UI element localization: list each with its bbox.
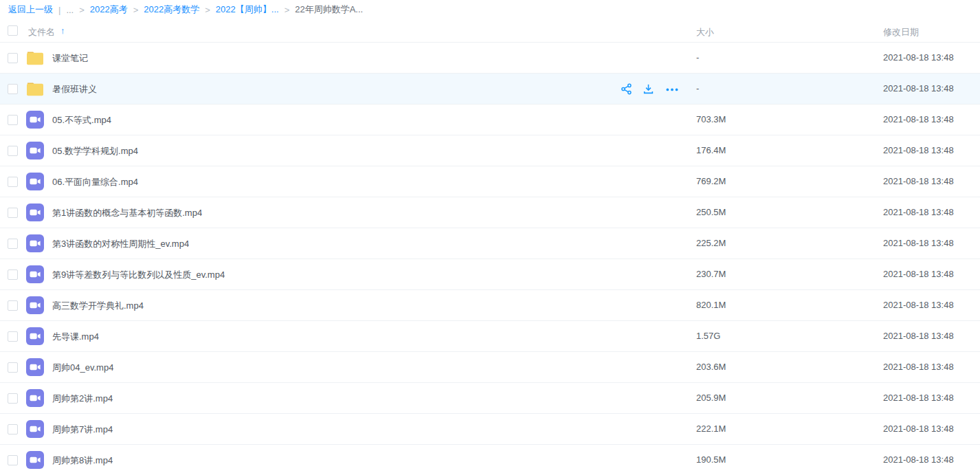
video-file-icon xyxy=(26,142,44,160)
file-size: 225.2M xyxy=(696,238,726,248)
file-name[interactable]: 05.数学学科规划.mp4 xyxy=(52,145,138,157)
file-name[interactable]: 暑假班讲义 xyxy=(52,83,97,96)
download-icon[interactable] xyxy=(643,83,654,95)
table-row[interactable]: 周帅第8讲.mp4 190.5M 2021-08-18 13:48 xyxy=(0,445,980,473)
file-date: 2021-08-18 13:48 xyxy=(883,238,954,248)
row-checkbox[interactable] xyxy=(8,331,18,342)
video-file-icon xyxy=(26,420,44,438)
video-file-icon xyxy=(26,173,44,190)
file-size: 230.7M xyxy=(696,269,726,279)
file-date: 2021-08-18 13:48 xyxy=(883,331,954,341)
table-row[interactable]: 第9讲等差数列与等比数列以及性质_ev.mp4 230.7M 2021-08-1… xyxy=(0,259,980,290)
file-size: 250.5M xyxy=(696,207,726,217)
row-checkbox[interactable] xyxy=(8,270,18,280)
row-checkbox[interactable] xyxy=(8,84,18,94)
file-size: 703.3M xyxy=(696,114,726,124)
row-checkbox[interactable] xyxy=(8,239,18,249)
select-all-checkbox[interactable] xyxy=(8,25,18,36)
video-file-icon xyxy=(26,358,44,376)
file-date: 2021-08-18 13:48 xyxy=(883,176,954,186)
more-icon[interactable] xyxy=(665,83,676,95)
file-date: 2021-08-18 13:48 xyxy=(883,362,954,372)
breadcrumb-divider: | xyxy=(58,5,60,15)
file-date: 2021-08-18 13:48 xyxy=(883,83,954,94)
file-date: 2021-08-18 13:48 xyxy=(883,269,954,279)
row-checkbox[interactable] xyxy=(8,146,18,156)
table-row[interactable]: 暑假班讲义 xyxy=(0,74,980,104)
row-checkbox[interactable] xyxy=(8,393,18,404)
file-size: 205.9M xyxy=(696,393,726,403)
file-date: 2021-08-18 13:48 xyxy=(883,300,954,310)
row-checkbox[interactable] xyxy=(8,300,18,311)
breadcrumb-separator: > xyxy=(133,5,139,15)
video-file-icon xyxy=(26,389,44,407)
breadcrumb-link-2[interactable]: 2022高考数学 xyxy=(144,3,199,16)
file-size: 176.4M xyxy=(696,145,726,155)
breadcrumb-back-link[interactable]: 返回上一级 xyxy=(8,3,53,16)
file-date: 2021-08-18 13:48 xyxy=(883,52,954,63)
file-date: 2021-08-18 13:48 xyxy=(883,114,954,124)
row-checkbox[interactable] xyxy=(8,177,18,187)
table-row[interactable]: 05.不等式.mp4 703.3M 2021-08-18 13:48 xyxy=(0,104,980,135)
table-row[interactable]: 周帅第7讲.mp4 222.1M 2021-08-18 13:48 xyxy=(0,414,980,445)
video-file-icon xyxy=(26,111,44,129)
file-size: 769.2M xyxy=(696,176,726,186)
table-row[interactable]: 06.平面向量综合.mp4 769.2M 2021-08-18 13:48 xyxy=(0,166,980,197)
video-file-icon xyxy=(26,204,44,221)
folder-icon xyxy=(26,82,44,100)
file-name[interactable]: 周帅04_ev.mp4 xyxy=(52,362,113,374)
table-row[interactable]: 周帅第2讲.mp4 205.9M 2021-08-18 13:48 xyxy=(0,383,980,414)
file-size: 1.57G xyxy=(696,331,720,341)
breadcrumb: 返回上一级 | ... > 2022高考 > 2022高考数学 > 2022【周… xyxy=(0,0,980,19)
file-name[interactable]: 第3讲函数的对称性周期性_ev.mp4 xyxy=(52,238,189,250)
breadcrumb-current: 22年周帅数学A... xyxy=(295,3,363,16)
file-name[interactable]: 高三数学开学典礼.mp4 xyxy=(52,300,144,312)
table-row[interactable]: 周帅04_ev.mp4 203.6M 2021-08-18 13:48 xyxy=(0,352,980,383)
video-file-icon xyxy=(26,451,44,469)
file-name[interactable]: 第9讲等差数列与等比数列以及性质_ev.mp4 xyxy=(52,269,225,281)
file-date: 2021-08-18 13:48 xyxy=(883,393,954,403)
table-row[interactable]: 课堂笔记 - 2021-08-18 13:48 xyxy=(0,43,980,74)
file-date: 2021-08-18 13:48 xyxy=(883,424,954,434)
row-checkbox[interactable] xyxy=(8,424,18,434)
video-file-icon xyxy=(26,327,44,345)
file-size: 820.1M xyxy=(696,300,726,310)
table-row[interactable]: 05.数学学科规划.mp4 176.4M 2021-08-18 13:48 xyxy=(0,135,980,166)
file-date: 2021-08-18 13:48 xyxy=(883,454,954,465)
table-row[interactable]: 高三数学开学典礼.mp4 820.1M 2021-08-18 13:48 xyxy=(0,290,980,321)
row-checkbox[interactable] xyxy=(8,115,18,125)
breadcrumb-link-1[interactable]: 2022高考 xyxy=(90,3,128,16)
row-checkbox[interactable] xyxy=(8,208,18,218)
file-size: 190.5M xyxy=(696,454,726,465)
file-name[interactable]: 周帅第2讲.mp4 xyxy=(52,393,113,405)
breadcrumb-link-3[interactable]: 2022【周帅】... xyxy=(216,3,279,16)
file-name[interactable]: 05.不等式.mp4 xyxy=(52,114,111,126)
breadcrumb-separator: > xyxy=(205,5,210,15)
column-header-date[interactable]: 修改日期 xyxy=(883,26,919,38)
video-file-icon xyxy=(26,296,44,314)
table-row[interactable]: 第1讲函数的概念与基本初等函数.mp4 250.5M 2021-08-18 13… xyxy=(0,197,980,228)
row-checkbox[interactable] xyxy=(8,362,18,373)
file-list: 课堂笔记 - 2021-08-18 13:48 暑假班讲义 xyxy=(0,43,980,473)
breadcrumb-separator: > xyxy=(285,5,290,15)
breadcrumb-separator: > xyxy=(79,5,85,15)
column-header-size[interactable]: 大小 xyxy=(696,26,714,38)
file-size: 222.1M xyxy=(696,424,726,434)
file-name[interactable]: 第1讲函数的概念与基本初等函数.mp4 xyxy=(52,207,202,219)
file-name[interactable]: 先导课.mp4 xyxy=(52,331,99,343)
column-header-filename[interactable]: 文件名 xyxy=(28,26,55,38)
sort-ascending-icon[interactable]: ↑ xyxy=(60,25,65,36)
file-date: 2021-08-18 13:48 xyxy=(883,145,954,155)
share-icon[interactable] xyxy=(621,83,632,95)
table-row[interactable]: 先导课.mp4 1.57G 2021-08-18 13:48 xyxy=(0,321,980,352)
breadcrumb-collapsed[interactable]: ... xyxy=(66,5,74,15)
file-manager: 返回上一级 | ... > 2022高考 > 2022高考数学 > 2022【周… xyxy=(0,0,980,473)
file-name[interactable]: 周帅第8讲.mp4 xyxy=(52,454,113,467)
file-size: - xyxy=(696,83,699,94)
row-checkbox[interactable] xyxy=(8,53,18,63)
table-row[interactable]: 第3讲函数的对称性周期性_ev.mp4 225.2M 2021-08-18 13… xyxy=(0,228,980,259)
file-name[interactable]: 周帅第7讲.mp4 xyxy=(52,424,113,436)
file-name[interactable]: 06.平面向量综合.mp4 xyxy=(52,176,138,188)
row-checkbox[interactable] xyxy=(8,455,18,465)
file-name[interactable]: 课堂笔记 xyxy=(52,52,88,65)
